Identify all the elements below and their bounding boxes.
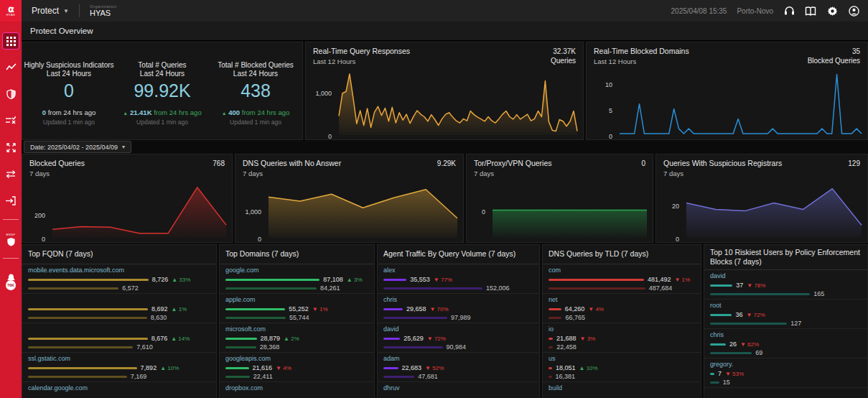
row-label[interactable]: david	[710, 272, 862, 281]
tor-proxy-vpn-7d-panel: Tor/Proxy/VPN Queries7 days 0 0	[466, 154, 653, 243]
row-label[interactable]: calendar.google.com	[28, 384, 210, 393]
up-delta-badge: ▲ 1%	[172, 306, 187, 313]
chart-total: 32.37K	[553, 47, 576, 55]
realtime-query-responses-panel: Real-Time Query ResponsesLast 12 Hours 3…	[305, 42, 584, 140]
row-label[interactable]: build	[549, 384, 695, 393]
row-label[interactable]: chris	[710, 331, 862, 340]
value-bar	[28, 338, 148, 340]
stat-subtitle: Last 24 Hours	[140, 70, 185, 78]
sidebar-item-expand[interactable]	[2, 139, 19, 156]
top-domains-list: google.com87,108▲ 3%84,261apple.com55,25…	[220, 264, 374, 398]
y-tick-label: 200	[34, 212, 45, 219]
row-label[interactable]: microsoft.com	[225, 325, 368, 334]
previous-value: 22,458	[556, 343, 577, 351]
sidebar-item-protect[interactable]	[2, 85, 19, 103]
row-label[interactable]: io	[549, 325, 695, 334]
sidebar-item-ingest[interactable]	[2, 192, 19, 209]
y-tick-label: 1,000	[315, 90, 332, 97]
row-label[interactable]	[28, 296, 210, 305]
down-delta-badge: ▼ 1%	[674, 277, 690, 283]
table-row: calendar.google.com	[22, 382, 216, 398]
row-label[interactable]: chris	[383, 296, 533, 305]
sidebar-item-policies[interactable]	[2, 112, 19, 129]
y-tick-label: 0	[42, 236, 45, 243]
table-row: dhruv	[378, 382, 539, 398]
chart-title: Real-Time Blocked Domains	[594, 47, 689, 55]
down-delta-badge: ▼ 53%	[725, 371, 744, 377]
row-label[interactable]: gregory.	[710, 361, 862, 369]
current-value: 35,553	[410, 276, 430, 283]
sidebar-item-apps[interactable]	[2, 32, 19, 50]
table-row: net64,260▼ 4%66,765	[543, 294, 701, 323]
row-label[interactable]: google.com	[225, 267, 368, 275]
table-row: gregory.7▼ 53%15	[704, 358, 867, 388]
previous-value: 165	[813, 290, 824, 297]
row-label[interactable]	[28, 325, 210, 334]
row-label[interactable]: googleapis.com	[225, 355, 368, 364]
y-tick-label: 0	[482, 208, 485, 216]
table-row: mobile.events.data.microsoft.com8,726▲ 3…	[22, 264, 216, 294]
hyas-logo[interactable]: ⍺ HYAS	[0, 0, 22, 22]
row-label[interactable]: dhruv	[383, 384, 533, 393]
stat-subtitle: Last 24 Hours	[233, 70, 278, 78]
row-label[interactable]: david	[383, 325, 533, 334]
current-value: 36	[735, 311, 742, 318]
previous-value-bar	[549, 346, 553, 348]
previous-value: 55,744	[289, 314, 309, 321]
row-label[interactable]: apple.com	[225, 296, 368, 305]
sidebar-item-alerts[interactable]: 76K	[2, 269, 19, 294]
row-label[interactable]: adam	[383, 355, 533, 364]
row-label[interactable]: mobile.events.data.microsoft.com	[28, 267, 210, 275]
chart-title: Tor/Proxy/VPN Queries	[474, 159, 552, 167]
previous-value: 152,006	[486, 284, 510, 292]
value-bar	[549, 338, 553, 340]
alerts-count-badge: 76K	[6, 280, 16, 290]
sidebar-item-transfer[interactable]	[2, 165, 19, 182]
previous-value: 127	[790, 320, 801, 327]
row-label[interactable]: ssl.gstatic.com	[28, 355, 210, 364]
previous-value: 47,681	[418, 373, 438, 380]
previous-value: 90,984	[447, 343, 467, 351]
previous-value: 28,368	[260, 343, 280, 351]
current-value: 7,892	[141, 364, 157, 371]
row-label[interactable]: root	[710, 302, 862, 310]
page-title: Protect Overview	[30, 27, 93, 35]
sidebar-item-mssp[interactable]: MSSP	[2, 231, 19, 248]
table-title: Top FQDN (7 days)	[22, 245, 216, 264]
apps-grid-icon	[6, 37, 16, 46]
stat-delta: ▲ 21.41K from 24 hrs ago	[123, 108, 201, 116]
support-headset-icon[interactable]	[783, 5, 795, 17]
settings-gear-icon[interactable]	[826, 5, 838, 17]
row-label[interactable]: us	[549, 355, 695, 364]
sidebar: ⍺ HYAS	[0, 0, 22, 398]
organization-name: HYAS	[90, 9, 117, 17]
row-label[interactable]: net	[549, 296, 695, 305]
chart-total: 129	[848, 159, 860, 167]
row-label[interactable]: dropbox.com	[225, 384, 368, 393]
chart-subtitle: Last 12 Hours	[594, 57, 636, 65]
value-bar	[225, 367, 249, 369]
user-profile-icon[interactable]	[848, 5, 859, 17]
down-delta-badge: ▼ 4%	[588, 306, 604, 313]
shield-icon	[6, 89, 16, 99]
up-delta-badge: ▲ 3%	[347, 277, 363, 283]
previous-value: 97,989	[451, 314, 471, 321]
blocked-queries-7d-panel: Blocked Queries7 days 768 0200	[22, 154, 233, 243]
y-tick-label: 1,000	[245, 208, 261, 216]
chart-subtitle: Last 12 Hours	[313, 57, 355, 65]
hyas-logo-icon: ⍺	[8, 5, 14, 13]
row-label[interactable]: com	[549, 267, 695, 275]
date-range-filter[interactable]: Date: 2025/04/02 - 2025/04/09 ▾	[24, 141, 131, 153]
value-bar	[28, 308, 148, 310]
y-tick-label: 0	[258, 236, 261, 243]
sidebar-item-trends[interactable]	[2, 59, 19, 76]
swap-arrows-icon	[6, 170, 16, 178]
previous-value-bar	[383, 317, 447, 319]
docs-book-icon[interactable]	[805, 5, 816, 17]
y-axis-ticks: 0510	[587, 68, 618, 139]
realtime-query-responses-chart	[337, 68, 579, 139]
app-switcher[interactable]: Protect ▼	[22, 0, 79, 22]
row-label[interactable]: alex	[383, 267, 533, 275]
value-bar	[28, 279, 149, 281]
stat-title: Highly Suspicious Indicators	[24, 61, 113, 69]
